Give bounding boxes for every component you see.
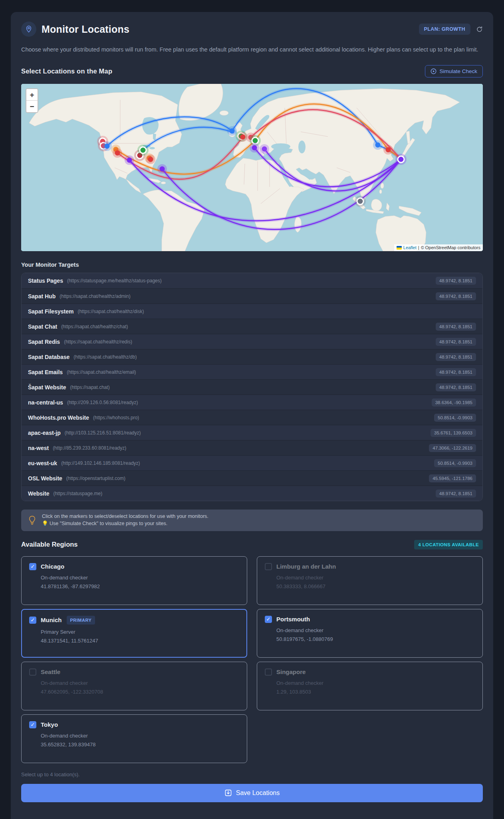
target-url: (http://149.102.146.185:8081/readyz) xyxy=(61,460,140,466)
zoom-out-button[interactable]: − xyxy=(26,101,38,112)
region-checkbox[interactable] xyxy=(265,668,272,676)
region-card-chicago[interactable]: Chicago On-demand checker 41.8781136, -8… xyxy=(21,556,247,605)
target-name: Sapat Hub xyxy=(28,293,56,299)
target-row: apac-east-jp (http://103.125.216.51:8081… xyxy=(22,425,482,440)
target-row: eu-west-uk (http://149.102.146.185:8081/… xyxy=(22,455,482,470)
target-coords-badge: 50.8514, -0.9903 xyxy=(434,459,476,467)
save-locations-button[interactable]: Save Locations xyxy=(21,784,483,802)
target-name: na-central-us xyxy=(28,399,63,406)
map-marker[interactable] xyxy=(240,135,246,140)
region-card-seattle[interactable]: Seattle On-demand checker 47.6062095, -1… xyxy=(21,662,247,710)
region-coordinates: 50.8197675, -1.0880769 xyxy=(276,636,475,642)
regions-grid: Chicago On-demand checker 41.8781136, -8… xyxy=(21,556,483,763)
simulate-check-button[interactable]: Simulate Check xyxy=(425,65,483,77)
target-name: OSL Website xyxy=(28,475,62,482)
region-checkbox[interactable] xyxy=(265,563,272,570)
map-marker[interactable] xyxy=(386,147,391,153)
tip-box: Click on the markers to select/deselect … xyxy=(21,510,483,531)
region-checkbox[interactable] xyxy=(29,721,36,728)
target-row: Sapat Filesystem (https://sapat.chat/hea… xyxy=(22,303,482,319)
map-marker[interactable] xyxy=(252,145,257,151)
target-url: (https://sapat.chat/healthz/chat) xyxy=(61,324,128,329)
target-url: (https://sapat.chat) xyxy=(70,385,109,390)
map-marker[interactable] xyxy=(115,151,120,156)
region-card-limburg[interactable]: Limburg an der Lahn On-demand checker 50… xyxy=(257,556,483,605)
region-card-tokyo[interactable]: Tokyo On-demand checker 35.652832, 139.8… xyxy=(21,714,247,763)
region-description: On-demand checker xyxy=(41,680,239,686)
map-marker[interactable] xyxy=(375,143,381,148)
target-name: na-west xyxy=(28,445,49,451)
target-coords-badge: 48.9742, 8.1851 xyxy=(436,368,476,376)
target-coords-badge: 48.9742, 8.1851 xyxy=(436,277,476,285)
refresh-icon xyxy=(476,26,483,33)
map-marker[interactable] xyxy=(357,198,363,204)
map-marker[interactable] xyxy=(140,147,146,153)
region-name: Singapore xyxy=(276,668,306,675)
region-checkbox[interactable] xyxy=(265,616,272,623)
leaflet-link[interactable]: Leaflet xyxy=(403,245,417,250)
regions-header: Available Regions 4 LOCATIONS AVAILABLE xyxy=(21,540,483,549)
lightbulb-icon xyxy=(28,515,36,526)
target-row: Website (https://statuspage.me) 48.9742,… xyxy=(22,486,482,501)
map-marker[interactable] xyxy=(230,129,235,134)
region-description: Primary Server xyxy=(41,629,239,635)
region-coordinates: 47.6062095, -122.3320708 xyxy=(41,689,239,695)
map-attribution: Leaflet | © OpenStreetMap contributors xyxy=(394,244,483,251)
region-name: Limburg an der Lahn xyxy=(276,563,336,570)
target-name: Sapat Database xyxy=(28,354,69,360)
region-checkbox[interactable] xyxy=(29,617,36,624)
target-name: Website xyxy=(28,490,49,497)
page-title: Monitor Locations xyxy=(42,24,129,35)
target-url: (https://sapat.chat/healthz/disk) xyxy=(77,309,144,314)
target-coords-badge: 45.5945, -121.1786 xyxy=(429,474,476,482)
target-row: Sapat Emails (https://sapat.chat/healthz… xyxy=(22,364,482,379)
target-name: WhoHosts.pro Website xyxy=(28,414,89,421)
map-marker[interactable] xyxy=(252,137,258,144)
map-marker[interactable] xyxy=(105,144,110,149)
play-circle-icon xyxy=(431,68,437,74)
target-row: Šapat Website (https://sapat.chat) 48.97… xyxy=(22,379,482,395)
target-url: (https://whohosts.pro) xyxy=(93,415,139,420)
region-name: Tokyo xyxy=(41,721,58,728)
world-map[interactable]: + − Leaflet | © OpenStreetMap contributo… xyxy=(21,84,483,251)
map-marker[interactable] xyxy=(398,156,404,163)
target-name: Sapat Redis xyxy=(28,339,60,345)
region-name: Portsmouth xyxy=(276,616,310,623)
map-marker[interactable] xyxy=(160,167,165,172)
region-name: Chicago xyxy=(41,563,64,570)
target-row: na-central-us (http://209.126.0.56:8081/… xyxy=(22,395,482,410)
map-zoom-control: + − xyxy=(26,88,38,113)
region-card-portsmouth[interactable]: Portsmouth On-demand checker 50.8197675,… xyxy=(257,609,483,658)
target-row: na-west (http://85.239.233.60:8081/ready… xyxy=(22,440,482,455)
map-marker[interactable] xyxy=(148,157,153,162)
page-description: Choose where your distributed monitors w… xyxy=(21,45,483,54)
page: Monitor Locations PLAN: GROWTH Choose wh… xyxy=(0,0,504,819)
target-coords-badge: 47.3066, -122.2619 xyxy=(429,444,476,452)
map-canvas xyxy=(21,84,483,251)
monitor-locations-panel: Monitor Locations PLAN: GROWTH Choose wh… xyxy=(11,12,493,819)
region-description: On-demand checker xyxy=(41,575,239,581)
target-url: (https://openstartuplist.com) xyxy=(66,476,125,481)
region-checkbox[interactable] xyxy=(29,668,36,676)
map-marker[interactable] xyxy=(262,147,267,152)
zoom-in-button[interactable]: + xyxy=(26,89,38,101)
ukraine-flag-icon xyxy=(397,246,402,250)
region-card-munich[interactable]: Munich PRIMARY Primary Server 48.1371541… xyxy=(21,609,247,658)
target-coords-badge: 48.9742, 8.1851 xyxy=(436,323,476,331)
target-coords-badge: 35.6761, 139.6503 xyxy=(431,429,476,437)
location-pin-icon xyxy=(21,22,36,37)
target-url: (https://sapat.chat/healthz/email) xyxy=(67,369,136,375)
target-url: (http://103.125.216.51:8081/readyz) xyxy=(65,430,141,436)
selection-limit-note: Select up to 4 location(s). xyxy=(21,771,483,777)
target-row: Sapat Redis (https://sapat.chat/healthz/… xyxy=(22,334,482,349)
target-name: Sapat Filesystem xyxy=(28,308,73,315)
region-card-singapore[interactable]: Singapore On-demand checker 1.29, 103.85… xyxy=(257,662,483,710)
regions-heading: Available Regions xyxy=(21,541,78,548)
target-coords-badge: 50.8514, -0.9903 xyxy=(434,414,476,422)
region-description: On-demand checker xyxy=(41,733,239,739)
refresh-button[interactable] xyxy=(476,26,483,33)
region-description: On-demand checker xyxy=(276,680,475,686)
region-coordinates: 1.29, 103.8503 xyxy=(276,689,475,695)
region-checkbox[interactable] xyxy=(29,563,36,570)
map-marker[interactable] xyxy=(127,158,132,163)
